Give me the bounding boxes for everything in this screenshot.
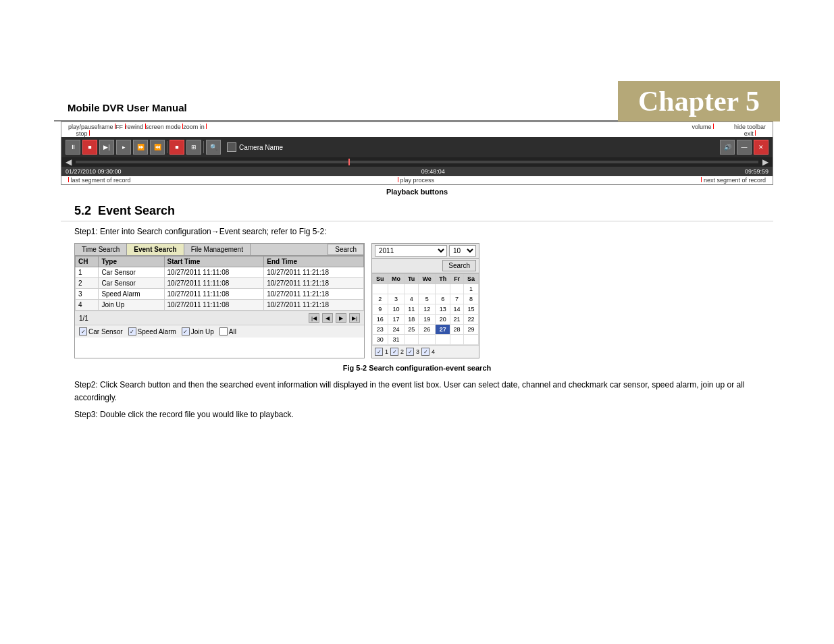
cal-day-cell[interactable]: 26: [418, 325, 435, 335]
timeline-track[interactable]: [76, 161, 758, 163]
cal-day-cell[interactable]: 30: [373, 335, 388, 345]
cal-day-cell[interactable]: 28: [450, 325, 464, 335]
cal-day-cell[interactable]: 16: [373, 315, 388, 325]
camera-name-label: Camera Name: [239, 144, 283, 151]
cal-day-cell[interactable]: 18: [405, 315, 419, 325]
cal-search-btn[interactable]: Search: [442, 260, 476, 271]
cal-day-cell[interactable]: 13: [436, 304, 450, 315]
cal-day-cell[interactable]: 19: [418, 315, 435, 325]
camera-checkbox[interactable]: [227, 142, 236, 152]
cal-day-cell[interactable]: 6: [436, 294, 450, 304]
annot-playpause-text: play/pausestop: [68, 124, 98, 137]
table-cell-type: Speed Alarm: [99, 289, 164, 300]
cb-all[interactable]: All: [219, 327, 236, 336]
time-bar: 01/27/2010 09:30:00 09:48:04 09:59:59: [61, 167, 773, 176]
annot-screen-mode-text: screen mode: [146, 124, 181, 130]
cal-ch3: 3: [416, 348, 419, 355]
month-select[interactable]: 10: [449, 245, 476, 257]
cal-day-cell[interactable]: 8: [464, 294, 479, 304]
cal-day-cell[interactable]: 31: [388, 335, 405, 345]
search-btn[interactable]: 🔍: [206, 140, 221, 155]
pause-btn[interactable]: ⏸: [66, 140, 80, 155]
cal-day-cell[interactable]: 21: [450, 315, 464, 325]
minimize-btn[interactable]: —: [737, 140, 752, 155]
nav-next[interactable]: ▶: [336, 313, 346, 323]
next-btn[interactable]: ▸: [116, 140, 131, 155]
annot-hide: hide toolbarexit: [734, 124, 766, 137]
manual-title-text: Mobile DVR User Manual: [68, 102, 187, 113]
cb-speed-alarm-label: Speed Alarm: [138, 328, 176, 336]
red-tick-playpause: [89, 130, 90, 136]
cb-all-box[interactable]: [219, 327, 228, 336]
cal-day-cell[interactable]: 12: [418, 304, 435, 315]
cal-day-cell[interactable]: 15: [464, 304, 479, 315]
cal-day-cell[interactable]: 22: [464, 315, 479, 325]
cb-join-up-box[interactable]: ✓: [182, 327, 190, 336]
table-row[interactable]: 3Speed Alarm10/27/2011 11:11:0810/27/201…: [76, 289, 364, 300]
timeline-left-arrow[interactable]: ◀: [66, 157, 72, 167]
header: Mobile DVR User Manual Chapter 5: [54, 81, 780, 122]
grid-btn[interactable]: ⊞: [186, 140, 201, 155]
cal-day-cell[interactable]: 14: [450, 304, 464, 315]
volume-btn[interactable]: 🔊: [720, 140, 735, 155]
cal-day-cell[interactable]: 11: [405, 304, 419, 315]
stop-btn[interactable]: ■: [82, 140, 97, 155]
playback-caption: Playback buttons: [61, 188, 773, 196]
cal-day-cell: [464, 335, 479, 345]
table-row[interactable]: 4Join Up10/27/2011 11:11:0810/27/2011 11…: [76, 300, 364, 311]
cb-car-sensor[interactable]: ✓ Car Sensor: [79, 327, 123, 336]
toolbar-inner: ⏸ ■ ▶| ▸ ⏩ ⏪ ■ ⊞ 🔍: [61, 137, 773, 157]
cal-ch4-check[interactable]: ✓: [421, 348, 429, 356]
cb-join-up[interactable]: ✓ Join Up: [182, 327, 214, 336]
cal-day-cell[interactable]: 7: [450, 294, 464, 304]
annot-rewind-text: rewind: [126, 124, 144, 130]
cb-speed-alarm[interactable]: ✓ Speed Alarm: [128, 327, 176, 336]
tab-file-management[interactable]: File Management: [184, 244, 251, 255]
red-tick-hide: [755, 130, 756, 136]
cal-ch2-check[interactable]: ✓: [390, 348, 398, 356]
rewind-btn[interactable]: ⏪: [150, 140, 165, 155]
cal-day-cell[interactable]: 24: [388, 325, 405, 335]
tab-event-search[interactable]: Event Search: [127, 244, 184, 255]
search-button[interactable]: Search: [328, 244, 364, 255]
cal-day-cell[interactable]: 20: [436, 315, 450, 325]
nav-last[interactable]: ▶|: [349, 313, 360, 323]
nav-first[interactable]: |◀: [309, 313, 319, 323]
cal-day-cell[interactable]: 23: [373, 325, 388, 335]
content-area: play/pausestop frame FF rewind screen mo…: [54, 122, 780, 422]
ff-btn[interactable]: ⏩: [133, 140, 148, 155]
cal-ch3-check[interactable]: ✓: [406, 348, 414, 356]
annot-frame-text: frame: [98, 124, 113, 130]
rec-stop-btn[interactable]: ■: [170, 140, 184, 155]
cb-speed-alarm-box[interactable]: ✓: [128, 327, 136, 336]
cal-day-cell[interactable]: 5: [418, 294, 435, 304]
cal-day-cell[interactable]: 9: [373, 304, 388, 315]
cal-day-cell[interactable]: 17: [388, 315, 405, 325]
step2-text: Step2: Click Search button and then the …: [61, 379, 773, 404]
page-info: 1/1: [79, 315, 88, 322]
table-row[interactable]: 2Car Sensor10/27/2011 11:11:0810/27/2011…: [76, 278, 364, 289]
cal-day-header: Fr: [450, 274, 464, 284]
nav-prev[interactable]: ◀: [322, 313, 333, 323]
cal-day-cell[interactable]: 25: [405, 325, 419, 335]
prev-frame-btn[interactable]: ▶|: [99, 140, 114, 155]
cal-ch-check[interactable]: ✓: [375, 348, 383, 356]
timeline-right-arrow[interactable]: ▶: [762, 157, 768, 167]
cal-day-cell[interactable]: 1: [464, 284, 479, 294]
cal-day-cell[interactable]: 10: [388, 304, 405, 315]
cal-channels: ✓ 1 ✓ 2 ✓ 3 ✓ 4: [372, 345, 479, 358]
cal-day-cell: [388, 284, 405, 294]
cal-day-cell[interactable]: 2: [373, 294, 388, 304]
cal-day-cell[interactable]: 27: [436, 325, 450, 335]
cal-day-cell: [405, 284, 419, 294]
cb-car-sensor-box[interactable]: ✓: [79, 327, 87, 336]
cal-day-cell: [405, 335, 419, 345]
close-btn[interactable]: ✕: [754, 140, 768, 155]
table-row[interactable]: 1Car Sensor10/27/2011 11:11:0810/27/2011…: [76, 267, 364, 278]
cal-day-cell[interactable]: 3: [388, 294, 405, 304]
year-select[interactable]: 2011: [375, 245, 447, 257]
cal-day-cell[interactable]: 4: [405, 294, 419, 304]
tab-time-search[interactable]: Time Search: [75, 244, 127, 255]
table-cell-start: 10/27/2011 11:11:08: [164, 278, 264, 289]
cal-day-cell[interactable]: 29: [464, 325, 479, 335]
